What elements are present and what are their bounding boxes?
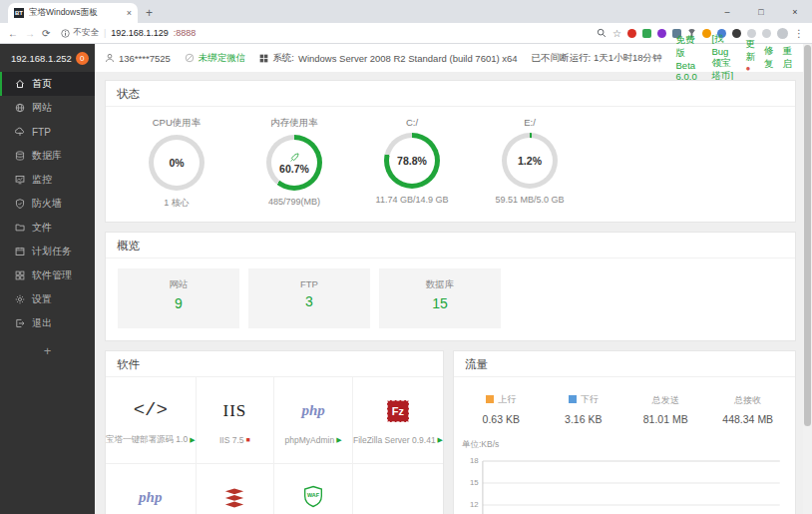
disk-e-ring: 1.2%: [502, 133, 558, 189]
window-close-icon[interactable]: ×: [778, 0, 812, 23]
sidebar-item-sites[interactable]: 网站: [0, 96, 95, 120]
software-item-empty: [353, 464, 443, 514]
sidebar-item-monitor[interactable]: 监控: [0, 168, 95, 192]
wechat-bind-link[interactable]: 未绑定微信: [185, 52, 246, 65]
zoom-icon[interactable]: [597, 28, 607, 38]
traffic-total-sent: 总发送 81.01 MB: [624, 389, 707, 425]
url-divider: |: [104, 28, 106, 38]
software-label: IIS 7.5: [219, 435, 244, 445]
new-tab-button[interactable]: +: [146, 6, 153, 20]
window-minimize-icon[interactable]: –: [710, 0, 744, 23]
software-item-redis[interactable]: redis 1.0▶: [197, 464, 275, 514]
sidebar: 192.168.1.252 0 首页 网站 FTP 数据库 监控: [0, 44, 95, 514]
traffic-stat-value: 448.34 MB: [707, 413, 790, 425]
database-icon: [15, 151, 25, 161]
traffic-stat-value: 81.01 MB: [624, 413, 707, 425]
overview-card-title: 概览: [106, 233, 795, 258]
extension-icon-green[interactable]: [642, 29, 651, 38]
page-info-chip[interactable]: 不安全: [61, 27, 99, 39]
sidebar-item-settings[interactable]: 设置: [0, 287, 95, 311]
software-card: 软件 </> 宝塔一键部署源码 1.0▶ IIS IIS 7.5■: [105, 350, 444, 514]
gauge-label: CPU使用率: [118, 117, 235, 130]
svg-text:WAF: WAF: [307, 492, 320, 498]
traffic-stat-label: 总接收: [734, 394, 761, 407]
cloud-upload-icon: [15, 127, 25, 137]
traffic-area-chart: 1815129630: [462, 453, 785, 514]
redis-logo-icon: [223, 488, 245, 508]
url-port: :8888: [174, 28, 197, 38]
system-info: 系统: Windows Server 2008 R2 Standard (bui…: [259, 52, 517, 65]
sites-stat-box[interactable]: 网站 9: [118, 268, 239, 328]
username: 136****7525: [119, 53, 171, 64]
window-maximize-icon[interactable]: □: [744, 0, 778, 23]
software-item-phpmyadmin[interactable]: php phpMyAdmin▶: [274, 377, 353, 464]
running-icon: ▶: [336, 436, 341, 444]
disk-e-gauge: E:/ 1.2% 59.51 MB/5.0 GB: [471, 117, 589, 210]
sidebar-item-files[interactable]: 文件: [0, 216, 95, 240]
sidebar-item-label: 监控: [32, 173, 52, 187]
baota-panel: 192.168.1.252 0 首页 网站 FTP 数据库 监控: [0, 44, 812, 514]
software-item-deploy[interactable]: </> 宝塔一键部署源码 1.0▶: [106, 377, 197, 464]
forward-icon[interactable]: →: [25, 28, 35, 39]
chart-unit-label: 单位:KB/s: [462, 439, 785, 451]
tab-title: 宝塔Windows面板: [29, 7, 122, 19]
baota-favicon-icon: BT: [14, 8, 24, 18]
wechat-icon: [185, 53, 195, 63]
ftp-stat-box[interactable]: FTP 3: [248, 268, 370, 328]
svg-text:18: 18: [470, 457, 479, 466]
traffic-stat-value: 0.63 KB: [460, 413, 543, 425]
grid-icon: [15, 270, 25, 280]
sidebar-item-home[interactable]: 首页: [0, 72, 95, 96]
sidebar-item-label: 防火墙: [32, 197, 62, 211]
traffic-stat-label: 下行: [581, 393, 599, 406]
database-stat-box[interactable]: 数据库 15: [379, 268, 501, 328]
software-item-iis[interactable]: IIS IIS 7.5■: [197, 377, 275, 464]
browser-tab[interactable]: BT 宝塔Windows面板 ×: [8, 3, 138, 23]
uptime: 已不间断运行: 1天1小时18分钟: [532, 52, 662, 65]
server-ip: 192.168.1.252: [11, 53, 72, 64]
tab-close-icon[interactable]: ×: [127, 8, 132, 18]
filezilla-logo-icon: Fz: [387, 400, 409, 422]
software-item-filezilla[interactable]: Fz FileZilla Server 0.9.41▶: [353, 377, 443, 464]
user-icon: [105, 53, 115, 63]
release-memory-rocket-icon[interactable]: [289, 152, 300, 163]
panel-topbar: 136****7525 未绑定微信 系统: Windows Server 200…: [95, 44, 812, 72]
php-logo-icon: php: [139, 489, 162, 506]
restart-link[interactable]: 重启: [783, 45, 793, 71]
browser-tabstrip: BT 宝塔Windows面板 × + – □ ×: [0, 0, 812, 23]
stat-label: 网站: [118, 278, 239, 291]
waf-shield-icon: WAF: [303, 485, 323, 508]
bookmark-star-icon[interactable]: ☆: [612, 28, 621, 39]
user-account[interactable]: 136****7525: [105, 53, 171, 64]
stopped-icon: ■: [246, 436, 250, 443]
page-scrollbar: [803, 44, 812, 514]
software-item-waf[interactable]: WAF 宝塔IIS防火墙 1.0▶: [274, 464, 353, 514]
address-bar[interactable]: 不安全 | 192.168.1.129:8888: [61, 27, 590, 39]
memory-ring: 60.7%: [266, 135, 322, 191]
sidebar-item-logout[interactable]: 退出: [0, 311, 95, 335]
extension-icon-purple[interactable]: [657, 29, 666, 38]
software-label: FileZilla Server 0.9.41: [353, 435, 436, 445]
gauge-label: C:/: [353, 117, 471, 128]
svg-text:15: 15: [470, 479, 479, 488]
sidebar-item-firewall[interactable]: 防火墙: [0, 192, 95, 216]
sidebar-item-label: 网站: [32, 101, 52, 115]
refresh-icon[interactable]: ⟳: [42, 28, 50, 39]
software-label: phpMyAdmin: [285, 435, 335, 445]
system-value: Windows Server 2008 R2 Standard (build 7…: [298, 53, 518, 64]
sidebar-item-software[interactable]: 软件管理: [0, 263, 95, 287]
php-logo-icon: php: [301, 402, 324, 419]
extension-icon-red[interactable]: [627, 29, 636, 38]
scrollbar-thumb[interactable]: [804, 45, 811, 426]
software-item-php52[interactable]: php PHP-5.2▶: [106, 464, 197, 514]
sidebar-item-ftp[interactable]: FTP: [0, 120, 95, 144]
back-icon[interactable]: ←: [8, 28, 18, 39]
memory-gauge: 内存使用率 60.7% 485/799(MB): [235, 117, 353, 210]
sidebar-item-cron[interactable]: 计划任务: [0, 240, 95, 263]
sidebar-add-button[interactable]: +: [0, 335, 95, 366]
message-count-badge[interactable]: 0: [76, 52, 89, 65]
sidebar-server-row[interactable]: 192.168.1.252 0: [0, 44, 95, 72]
sidebar-item-database[interactable]: 数据库: [0, 144, 95, 168]
gauge-value: 78.8%: [397, 155, 427, 167]
repair-link[interactable]: 修复: [764, 45, 774, 71]
